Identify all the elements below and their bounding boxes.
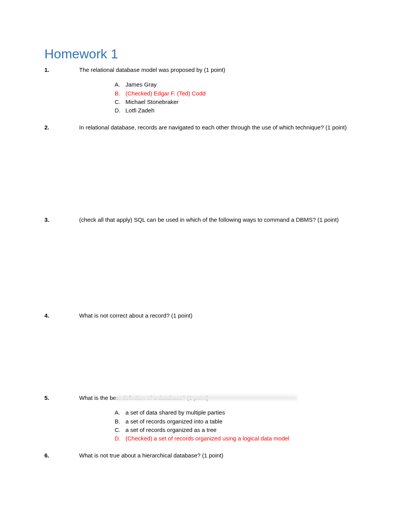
option-letter: C. [115,98,125,106]
question-body: In relational database, records are navi… [79,124,366,138]
option-text: (Checked) a set of records organized usi… [125,435,366,442]
option-text: a set of records organized into a table [125,418,366,425]
option-text: James Gray [125,81,366,88]
option-d-checked: D. (Checked) a set of records organized … [115,435,366,442]
question-4: 4. What is not correct about a record? (… [44,312,366,326]
question-body: What is not true about a hierarchical da… [79,452,366,466]
option-letter: D. [115,107,125,114]
question-number: 3. [44,216,79,231]
question-number: 2. [44,124,79,138]
document-page: Homework 1 1. The relational database mo… [0,0,410,532]
question-5: 5. What is the best definition of a data… [44,394,366,443]
option-text: (Checked) Edgar F. (Ted) Codd [125,90,366,97]
question-number: 6. [44,452,79,466]
blurred-content-bar [116,395,297,401]
option-b: B. a set of records organized into a tab… [115,418,366,425]
option-letter: B. [115,90,125,97]
option-a: A. a set of data shared by multiple part… [115,409,366,416]
question-number: 1. [44,66,79,115]
option-letter: A. [115,409,125,416]
option-letter: D. [115,435,125,442]
question-body: What is not correct about a record? (1 p… [79,312,366,326]
option-a: A. James Gray [115,81,366,88]
question-6: 6. What is not true about a hierarchical… [44,452,366,466]
question-text: The relational database model was propos… [79,66,366,74]
question-number: 5. [44,394,79,443]
question-2: 2. In relational database, records are n… [44,124,366,138]
option-d: D. Lotfi Zadeh [115,107,366,114]
question-1: 1. The relational database model was pro… [44,66,366,115]
question-body: (check all that apply) SQL can be used i… [79,216,366,231]
option-letter: B. [115,418,125,425]
question-text: (check all that apply) SQL can be used i… [79,216,366,224]
question-number: 4. [44,312,79,326]
option-letter: A. [115,81,125,88]
options-list: A. a set of data shared by multiple part… [79,409,366,442]
question-text: What is not correct about a record? (1 p… [79,312,366,320]
question-text: What is not true about a hierarchical da… [79,452,366,459]
page-title: Homework 1 [44,46,366,61]
option-text: a set of data shared by multiple parties [125,409,366,416]
option-c: C. Michael Stonebraker [115,98,366,106]
option-text: a set of records organized as a tree [125,426,366,434]
question-body: The relational database model was propos… [79,66,366,115]
option-text: Lotfi Zadeh [125,107,366,114]
option-text: Michael Stonebraker [125,98,366,106]
option-b-checked: B. (Checked) Edgar F. (Ted) Codd [115,90,366,97]
question-3: 3. (check all that apply) SQL can be use… [44,216,366,231]
question-body: What is the best definition of a databas… [79,394,366,443]
options-list: A. James Gray B. (Checked) Edgar F. (Ted… [79,81,366,114]
option-letter: C. [115,426,125,434]
option-c: C. a set of records organized as a tree [115,426,366,434]
question-text: In relational database, records are navi… [79,124,366,131]
